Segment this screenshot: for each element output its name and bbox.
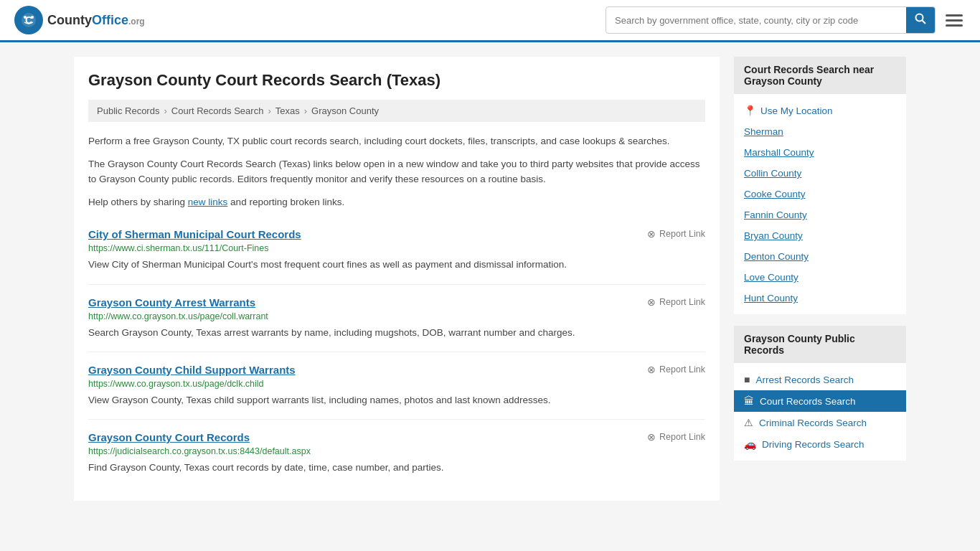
page-title: Grayson County Court Records Search (Tex… xyxy=(88,71,705,90)
result-url-1[interactable]: http://www.co.grayson.tx.us/page/coll.wa… xyxy=(88,311,705,321)
breadcrumb-court-records[interactable]: Court Records Search xyxy=(171,105,264,116)
svg-point-3 xyxy=(24,16,27,19)
result-header: Grayson County Child Support Warrants ⊗ … xyxy=(88,364,705,376)
nearby-item-8[interactable]: Hunt County xyxy=(734,288,906,309)
report-icon: ⊗ xyxy=(647,228,656,240)
result-header: City of Sherman Municipal Court Records … xyxy=(88,228,705,240)
nearby-item-6[interactable]: Denton County xyxy=(734,246,906,267)
result-title-1[interactable]: Grayson County Arrest Warrants xyxy=(88,296,255,309)
report-link-1[interactable]: ⊗ Report Link xyxy=(647,296,705,308)
report-icon: ⊗ xyxy=(647,364,656,375)
search-button[interactable] xyxy=(906,7,935,33)
result-item: Grayson County Court Records ⊗ Report Li… xyxy=(88,420,705,486)
result-desc-1: Search Grayson County, Texas arrest warr… xyxy=(88,326,705,340)
menu-button[interactable] xyxy=(943,11,966,29)
nearby-item-4[interactable]: Fannin County xyxy=(734,204,906,225)
nearby-title: Court Records Search near Grayson County xyxy=(734,57,906,94)
nearby-section: Court Records Search near Grayson County… xyxy=(734,57,906,314)
nearby-item-2[interactable]: Collin County xyxy=(734,163,906,184)
search-bar xyxy=(606,6,936,34)
sidebar-icon-2: ⚠ xyxy=(744,417,753,428)
breadcrumb-public-records[interactable]: Public Records xyxy=(97,105,159,116)
results-list: City of Sherman Municipal Court Records … xyxy=(88,217,705,486)
result-header: Grayson County Court Records ⊗ Report Li… xyxy=(88,431,705,443)
sidebar-icon-1: 🏛 xyxy=(744,395,754,407)
logo-text: CountyOffice.org xyxy=(47,13,145,28)
sidebar-item-label-1: Court Records Search xyxy=(760,396,856,407)
use-location[interactable]: 📍 Use My Location xyxy=(734,100,906,121)
result-desc-3: Find Grayson County, Texas court records… xyxy=(88,461,705,475)
public-records-section: Grayson County Public Records ■ Arrest R… xyxy=(734,326,906,461)
result-url-2[interactable]: https://www.co.grayson.tx.us/page/dclk.c… xyxy=(88,379,705,389)
nearby-item-1[interactable]: Marshall County xyxy=(734,142,906,163)
result-item: Grayson County Arrest Warrants ⊗ Report … xyxy=(88,285,705,352)
public-records-item-2[interactable]: ⚠ Criminal Records Search xyxy=(734,412,906,433)
sidebar-item-label-3: Driving Records Search xyxy=(762,439,864,450)
svg-point-5 xyxy=(916,14,923,22)
description-3: Help others by sharing new links and rep… xyxy=(88,194,705,210)
result-item: City of Sherman Municipal Court Records … xyxy=(88,217,705,284)
public-records-title: Grayson County Public Records xyxy=(734,326,906,363)
result-title-0[interactable]: City of Sherman Municipal Court Records xyxy=(88,228,301,240)
result-title-2[interactable]: Grayson County Child Support Warrants xyxy=(88,364,296,376)
main-container: Grayson County Court Records Search (Tex… xyxy=(60,42,920,515)
report-icon: ⊗ xyxy=(647,431,656,443)
breadcrumb: Public Records › Court Records Search › … xyxy=(88,100,705,122)
content-area: Grayson County Court Records Search (Tex… xyxy=(74,57,720,501)
public-records-item-0[interactable]: ■ Arrest Records Search xyxy=(734,369,906,390)
public-records-item-1[interactable]: 🏛 Court Records Search xyxy=(734,390,906,412)
nearby-content: 📍 Use My Location ShermanMarshall County… xyxy=(734,94,906,314)
result-url-0[interactable]: https://www.ci.sherman.tx.us/111/Court-F… xyxy=(88,243,705,253)
nearby-item-7[interactable]: Love County xyxy=(734,267,906,288)
sidebar-item-label-0: Arrest Records Search xyxy=(755,375,854,385)
sidebar-item-label-2: Criminal Records Search xyxy=(759,418,867,428)
svg-point-4 xyxy=(31,16,34,19)
pin-icon: 📍 xyxy=(744,105,756,116)
logo-icon: C xyxy=(14,6,43,34)
hamburger-line xyxy=(946,24,963,27)
breadcrumb-grayson[interactable]: Grayson County xyxy=(311,105,379,116)
logo-area: C CountyOffice.org xyxy=(14,6,145,34)
result-header: Grayson County Arrest Warrants ⊗ Report … xyxy=(88,296,705,309)
nearby-item-5[interactable]: Bryan County xyxy=(734,225,906,246)
header-right xyxy=(606,6,966,34)
description-1: Perform a free Grayson County, TX public… xyxy=(88,133,705,149)
header: C CountyOffice.org xyxy=(0,0,980,42)
search-input[interactable] xyxy=(606,9,906,32)
report-link-0[interactable]: ⊗ Report Link xyxy=(647,228,705,240)
hamburger-line xyxy=(946,14,963,17)
nearby-item-3[interactable]: Cooke County xyxy=(734,184,906,204)
public-records-item-3[interactable]: 🚗 Driving Records Search xyxy=(734,433,906,455)
use-location-label: Use My Location xyxy=(760,105,833,116)
new-links[interactable]: new links xyxy=(188,197,228,207)
result-title-3[interactable]: Grayson County Court Records xyxy=(88,431,250,443)
sidebar-icon-3: 🚗 xyxy=(744,438,756,450)
report-link-2[interactable]: ⊗ Report Link xyxy=(647,364,705,375)
result-desc-2: View Grayson County, Texas child support… xyxy=(88,393,705,408)
description-2: The Grayson County Court Records Search … xyxy=(88,156,705,187)
public-records-content: ■ Arrest Records Search 🏛 Court Records … xyxy=(734,363,906,461)
report-link-3[interactable]: ⊗ Report Link xyxy=(647,431,705,443)
nearby-items-list: ShermanMarshall CountyCollin CountyCooke… xyxy=(734,121,906,309)
result-item: Grayson County Child Support Warrants ⊗ … xyxy=(88,352,705,420)
sidebar-icon-0: ■ xyxy=(744,374,750,385)
breadcrumb-texas[interactable]: Texas xyxy=(275,105,300,116)
nearby-item-0[interactable]: Sherman xyxy=(734,121,906,142)
public-records-list: ■ Arrest Records Search 🏛 Court Records … xyxy=(734,369,906,455)
report-icon: ⊗ xyxy=(647,296,656,308)
svg-line-6 xyxy=(923,21,926,24)
result-url-3[interactable]: https://judicialsearch.co.grayson.tx.us:… xyxy=(88,446,705,456)
result-desc-0: View City of Sherman Municipal Court's m… xyxy=(88,258,705,272)
hamburger-line xyxy=(946,19,963,22)
sidebar: Court Records Search near Grayson County… xyxy=(734,57,906,501)
